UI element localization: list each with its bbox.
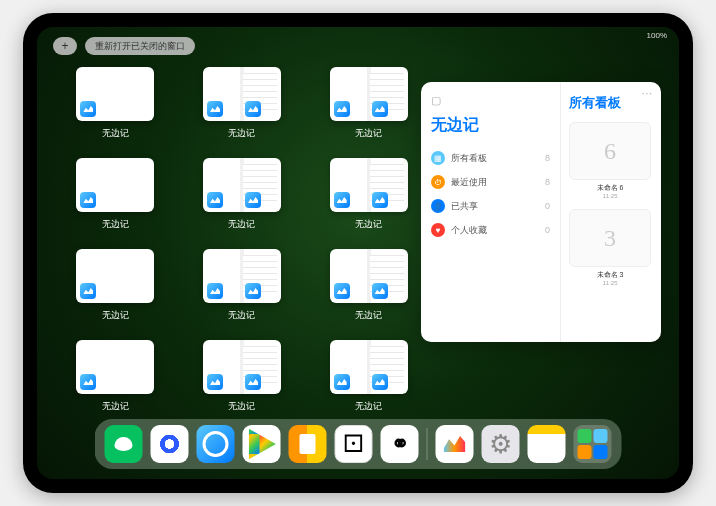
freeform-icon xyxy=(334,101,350,117)
window-thumbnail[interactable]: 无边记 xyxy=(194,158,291,231)
thumbnail-preview xyxy=(76,249,154,303)
board-name: 未命名 3 xyxy=(569,270,651,280)
thumbnail-label: 无边记 xyxy=(102,400,129,413)
plus-icon: + xyxy=(61,39,68,53)
thumbnail-label: 无边记 xyxy=(228,309,255,322)
more-button[interactable]: ··· xyxy=(642,88,653,99)
status-bar: 100% xyxy=(647,31,667,40)
thumbnail-label: 无边记 xyxy=(355,127,382,140)
freeform-icon xyxy=(372,101,388,117)
window-thumbnail[interactable]: 无边记 xyxy=(67,67,164,140)
board-time: 11:25 xyxy=(569,193,651,199)
freeform-icon xyxy=(245,283,261,299)
sidebar-item[interactable]: 👤 已共享 0 xyxy=(431,194,550,218)
new-window-button[interactable]: + xyxy=(53,37,77,55)
window-thumbnail[interactable]: 无边记 xyxy=(320,158,417,231)
heart-icon: ♥ xyxy=(431,223,445,237)
app-folder[interactable] xyxy=(574,425,612,463)
thumbnail-preview xyxy=(203,340,281,394)
board-thumbnail: 6 xyxy=(569,122,651,180)
freeform-icon xyxy=(334,192,350,208)
thumbnail-preview xyxy=(76,67,154,121)
qq-app-icon[interactable] xyxy=(197,425,235,463)
freeform-icon xyxy=(245,101,261,117)
dice-app-icon[interactable] xyxy=(335,425,373,463)
sidebar-item-label: 最近使用 xyxy=(451,176,539,189)
board-name: 未命名 6 xyxy=(569,183,651,193)
sidebar-item-label: 个人收藏 xyxy=(451,224,539,237)
window-thumbnail[interactable]: 无边记 xyxy=(67,340,164,413)
window-thumbnail[interactable]: 无边记 xyxy=(320,249,417,322)
folder-app-icon xyxy=(594,429,608,443)
window-thumbnail[interactable]: 无边记 xyxy=(320,340,417,413)
thumbnail-preview xyxy=(203,249,281,303)
thumbnail-label: 无边记 xyxy=(355,309,382,322)
sidebar-item-count: 8 xyxy=(545,153,550,163)
sidebar-item-label: 已共享 xyxy=(451,200,539,213)
freeform-icon xyxy=(207,192,223,208)
hub-app-icon[interactable] xyxy=(381,425,419,463)
sidebar-panel: ··· ▢ 无边记 ▦ 所有看板 8⏱ 最近使用 8👤 已共享 0♥ 个人收藏 … xyxy=(421,82,661,342)
thumbnail-preview xyxy=(330,67,408,121)
folder-app-icon xyxy=(578,445,592,459)
person-icon: 👤 xyxy=(431,199,445,213)
thumbnail-label: 无边记 xyxy=(228,127,255,140)
window-thumbnail[interactable]: 无边记 xyxy=(194,67,291,140)
reopen-label: 重新打开已关闭的窗口 xyxy=(95,40,185,53)
thumbnail-preview xyxy=(203,67,281,121)
sidebar-item-count: 8 xyxy=(545,177,550,187)
thumbnail-label: 无边记 xyxy=(228,218,255,231)
freeform-icon xyxy=(80,192,96,208)
freeform-icon xyxy=(80,283,96,299)
thumbnail-preview xyxy=(76,158,154,212)
freeform-icon xyxy=(80,374,96,390)
panel-right-title: 所有看板 xyxy=(569,94,653,112)
sidebar-item-label: 所有看板 xyxy=(451,152,539,165)
wechat-app-icon[interactable] xyxy=(105,425,143,463)
board-card[interactable]: 3 未命名 3 11:25 xyxy=(569,209,651,286)
window-thumbnail[interactable]: 无边记 xyxy=(194,340,291,413)
thumbnail-label: 无边记 xyxy=(102,127,129,140)
freeform-icon xyxy=(245,192,261,208)
freeform-icon xyxy=(334,374,350,390)
board-thumbnail: 3 xyxy=(569,209,651,267)
folder-app-icon xyxy=(594,445,608,459)
play-app-icon[interactable] xyxy=(243,425,281,463)
reopen-closed-window-button[interactable]: 重新打开已关闭的窗口 xyxy=(85,37,195,55)
thumbnail-preview xyxy=(330,249,408,303)
battery-text: 100% xyxy=(647,31,667,40)
folder-app-icon xyxy=(578,429,592,443)
thumbnail-label: 无边记 xyxy=(355,218,382,231)
freeform-icon xyxy=(80,101,96,117)
window-thumbnail[interactable]: 无边记 xyxy=(194,249,291,322)
books-app-icon[interactable] xyxy=(289,425,327,463)
dock-separator xyxy=(427,428,428,460)
top-controls: + 重新打开已关闭的窗口 xyxy=(53,37,195,55)
thumbnail-preview xyxy=(203,158,281,212)
board-time: 11:25 xyxy=(569,280,651,286)
freeform-icon xyxy=(245,374,261,390)
window-thumbnail[interactable]: 无边记 xyxy=(67,158,164,231)
sidebar-toggle-icon[interactable]: ▢ xyxy=(431,94,550,107)
sidebar-item[interactable]: ⏱ 最近使用 8 xyxy=(431,170,550,194)
thumbnail-preview xyxy=(330,340,408,394)
thumbnail-preview xyxy=(76,340,154,394)
clock-icon: ⏱ xyxy=(431,175,445,189)
quark-app-icon[interactable] xyxy=(151,425,189,463)
sidebar-item[interactable]: ▦ 所有看板 8 xyxy=(431,146,550,170)
board-card[interactable]: 6 未命名 6 11:25 xyxy=(569,122,651,199)
freeform-app-icon[interactable] xyxy=(436,425,474,463)
freeform-icon xyxy=(207,101,223,117)
settings-app-icon[interactable] xyxy=(482,425,520,463)
notes-app-icon[interactable] xyxy=(528,425,566,463)
dock xyxy=(95,419,622,469)
freeform-icon xyxy=(334,283,350,299)
window-thumbnail[interactable]: 无边记 xyxy=(320,67,417,140)
ipad-device: 100% + 重新打开已关闭的窗口 无边记 无边记 无边记 无边记 无边记 无边… xyxy=(23,13,693,493)
thumbnail-label: 无边记 xyxy=(102,218,129,231)
window-thumbnail[interactable]: 无边记 xyxy=(67,249,164,322)
panel-right: 所有看板 6 未命名 6 11:253 未命名 3 11:25 xyxy=(561,82,661,342)
grid-icon: ▦ xyxy=(431,151,445,165)
sidebar-item[interactable]: ♥ 个人收藏 0 xyxy=(431,218,550,242)
thumbnail-label: 无边记 xyxy=(228,400,255,413)
